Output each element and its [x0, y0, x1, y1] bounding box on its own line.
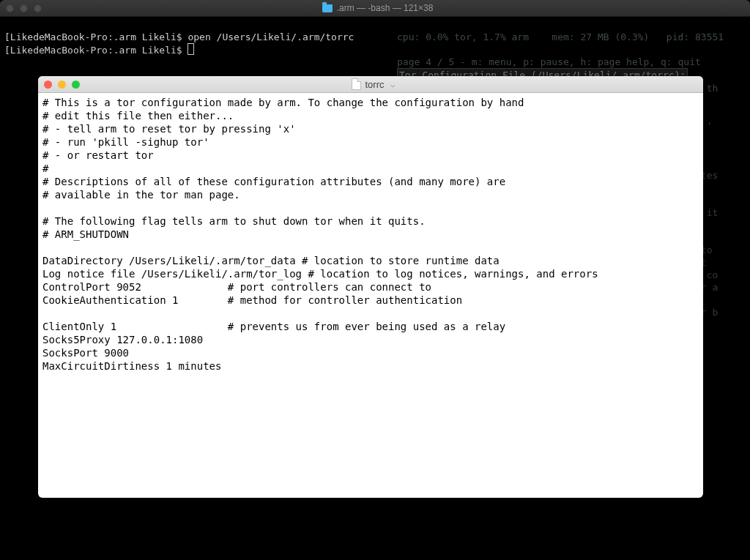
close-dot-inactive[interactable]	[6, 4, 14, 12]
command-1: open /Users/Likeli/.arm/torrc	[188, 31, 354, 42]
textedit-content[interactable]: # This is a tor configuration made by ar…	[38, 93, 703, 498]
minimize-button[interactable]	[58, 81, 66, 89]
folder-icon	[322, 4, 333, 12]
prompt-1: [LikedeMacBook-Pro:.arm Likeli$	[4, 31, 188, 42]
textedit-window[interactable]: torrc ⌵ # This is a tor configuration ma…	[38, 76, 703, 498]
document-icon	[352, 78, 361, 90]
zoom-button[interactable]	[72, 81, 80, 89]
textedit-title[interactable]: torrc ⌵	[86, 78, 661, 90]
arm-frag-2: '	[707, 120, 713, 131]
minimize-dot-inactive[interactable]	[20, 4, 28, 12]
chevron-down-icon[interactable]: ⌵	[390, 80, 396, 89]
desktop: .arm — -bash — 121×38 [LikedeMacBook-Pro…	[0, 0, 750, 560]
traffic-lights	[44, 81, 80, 89]
terminal-titlebar[interactable]: .arm — -bash — 121×38	[0, 0, 750, 17]
terminal-title: .arm — -bash — 121×38	[48, 3, 708, 13]
cursor-icon	[188, 43, 194, 55]
prompt-2: [LikedeMacBook-Pro:.arm Likeli$	[4, 45, 188, 56]
close-button[interactable]	[44, 81, 52, 89]
traffic-lights-inactive	[6, 4, 42, 12]
terminal-title-text: .arm — -bash — 121×38	[337, 3, 434, 13]
arm-page-line: page 4 / 5 - m: menu, p: pause, h: page …	[397, 56, 701, 67]
textedit-titlebar[interactable]: torrc ⌵	[38, 76, 703, 93]
textedit-filename: torrc	[365, 79, 385, 90]
arm-status-line: cpu: 0.0% tor, 1.7% arm mem: 27 MB (0.3%…	[397, 31, 724, 42]
zoom-dot-inactive[interactable]	[34, 4, 42, 12]
